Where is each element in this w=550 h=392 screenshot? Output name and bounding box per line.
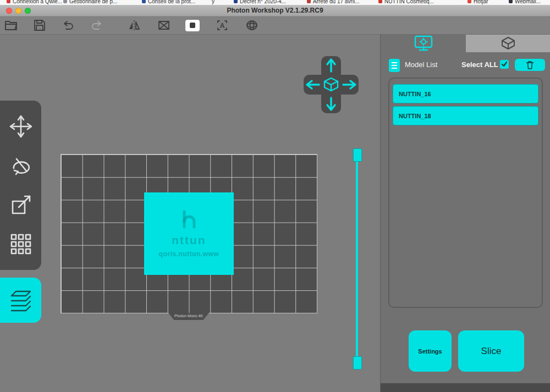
model-list-header: Model List Select ALL (381, 57, 550, 74)
bookmark-label: NUTTIN Cosmétiq... (384, 0, 434, 4)
move-tool-button[interactable] (8, 113, 34, 140)
bookmark-item[interactable]: Webmail... (509, 0, 541, 4)
bookmark-item[interactable]: Arrêté du 17 avril... (307, 0, 359, 4)
clone-array-tool-button[interactable] (8, 231, 34, 257)
bookmark-item[interactable]: Conseil de la prot... (142, 0, 195, 4)
bookmark-item[interactable]: Décret n° 2020-4... (234, 0, 286, 4)
model-url-text: qorls.nuttun.www (159, 250, 219, 258)
plate-icon (190, 23, 195, 28)
redo-button[interactable] (89, 18, 105, 32)
window-title: Photon Workshop V2.1.29.RC9 (0, 7, 550, 14)
move-gadget[interactable] (304, 56, 359, 113)
svg-text:A: A (220, 22, 225, 30)
layer-slider (353, 147, 362, 369)
bookmark-item[interactable]: Connexion à Qwle... (7, 0, 62, 4)
select-all-checkbox[interactable] (500, 60, 509, 69)
model-logo-icon (178, 209, 201, 231)
window-titlebar: Photon Workshop V2.1.29.RC9 (0, 5, 550, 16)
mesh-sphere-icon (245, 19, 258, 31)
bookmark-label: Arrêté du 17 avril... (313, 0, 359, 4)
slider-handle-bottom[interactable] (353, 356, 362, 369)
array-grid-icon (9, 232, 33, 256)
transform-tool-panel (0, 101, 41, 270)
model-list-file-icon (388, 58, 400, 73)
mirror-tool-button[interactable] (127, 18, 142, 32)
select-all-label: Select ALL (461, 60, 498, 69)
bookmark-label: Gestionnaire de p... (69, 0, 117, 4)
favicon-icon (378, 0, 382, 3)
rotate-icon (9, 153, 33, 178)
scale-icon (9, 193, 33, 217)
undo-icon (62, 19, 75, 31)
plate-tool-button-active[interactable] (185, 18, 200, 32)
transform-box-icon (157, 19, 170, 31)
save-button[interactable] (32, 18, 47, 32)
undo-button[interactable] (61, 18, 76, 32)
monitor-gear-icon (414, 35, 433, 51)
model-list: NUTTIN_16 NUTTIN_18 (388, 78, 543, 308)
tab-print-preview[interactable] (466, 34, 550, 52)
bookmark-label: Conseil de la prot... (148, 0, 195, 4)
model-logo-text: nttun (172, 234, 206, 247)
bookmark-item[interactable]: NUTTIN Cosmétiq... (378, 0, 434, 4)
favicon-icon (7, 0, 10, 3)
model-list-item[interactable]: NUTTIN_16 (393, 84, 538, 103)
bookmark-label: Hotjar (474, 0, 488, 4)
bookmark-item[interactable]: Gestionnaire de p... (63, 0, 117, 4)
settings-button[interactable]: Settings (409, 330, 452, 372)
model-list-title: Model List (405, 60, 437, 69)
favicon-icon (142, 0, 146, 3)
right-panel: Model List Select ALL NUTTIN_16 NUTTIN_1… (380, 34, 550, 392)
preview-box-icon (500, 36, 516, 51)
redo-icon (90, 19, 103, 31)
model-list-item[interactable]: NUTTIN_18 (393, 106, 538, 125)
model-object[interactable]: nttun qorls.nuttun.www (144, 192, 234, 275)
rotate-tool-button[interactable] (8, 152, 34, 179)
active-tool-highlight (185, 20, 200, 31)
favicon-icon (234, 0, 238, 3)
open-folder-icon (4, 19, 18, 31)
transform-tool-button[interactable] (156, 18, 172, 32)
check-icon (501, 61, 508, 68)
delete-models-button[interactable] (515, 59, 545, 71)
browser-bookmarks-bar: Connexion à Qwle... Gestionnaire de p...… (0, 0, 550, 5)
bookmark-item[interactable]: y (212, 0, 215, 4)
panel-bottom-strip (381, 383, 550, 392)
layers-icon (8, 288, 34, 313)
tab-model-settings[interactable] (381, 34, 466, 52)
favicon-icon (307, 0, 311, 3)
slider-track[interactable] (356, 153, 358, 364)
bookmark-item[interactable]: Hotjar (468, 0, 488, 4)
bookmark-label: Webmail... (515, 0, 541, 4)
text-tool-button[interactable]: A (215, 18, 230, 32)
slice-button[interactable]: Slice (458, 330, 524, 372)
move-icon (9, 114, 33, 139)
favicon-icon (63, 0, 67, 3)
text-tool-icon: A (216, 19, 229, 31)
mesh-view-button[interactable] (244, 18, 260, 32)
bookmark-label: y (212, 0, 215, 4)
slice-layers-tool-button[interactable] (0, 278, 41, 323)
printer-model-label: Photon Mono 4K (168, 313, 209, 320)
scale-tool-button[interactable] (8, 192, 34, 218)
favicon-icon (468, 0, 471, 3)
bookmark-label: Décret n° 2020-4... (240, 0, 286, 4)
main-toolbar: A (0, 16, 550, 35)
mirror-icon (128, 19, 141, 31)
trash-icon (526, 60, 534, 69)
bookmark-label: Connexion à Qwle... (13, 0, 62, 4)
save-floppy-icon (34, 19, 46, 31)
favicon-icon (509, 0, 513, 3)
open-file-button[interactable] (3, 18, 19, 32)
slider-handle-top[interactable] (353, 148, 362, 162)
